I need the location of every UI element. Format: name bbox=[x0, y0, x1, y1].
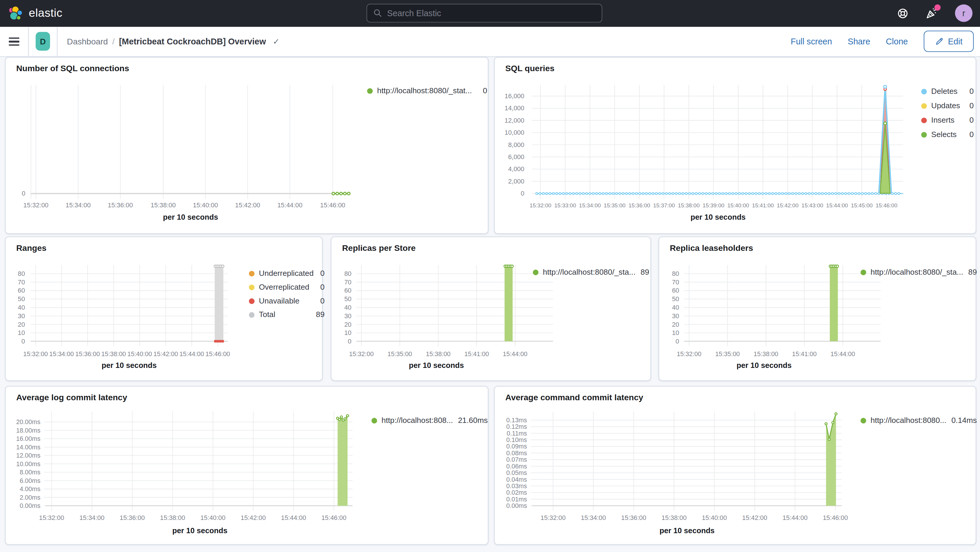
svg-text:15:35:00: 15:35:00 bbox=[715, 350, 740, 358]
svg-text:0.07ms: 0.07ms bbox=[506, 456, 527, 463]
svg-text:60: 60 bbox=[672, 287, 679, 294]
panel-replicas-per-store: 8070605040302010015:32:0015:35:0015:38:0… bbox=[331, 237, 651, 381]
kibana-dashboard: elastic bbox=[0, 0, 980, 552]
page-title: [Metricbeat CockroachDB] Overview bbox=[119, 37, 266, 46]
svg-text:15:46:00: 15:46:00 bbox=[320, 202, 345, 209]
panel-title: Number of SQL connections bbox=[16, 64, 129, 73]
series-color-dot bbox=[921, 103, 927, 108]
svg-text:0.06ms: 0.06ms bbox=[506, 463, 527, 470]
svg-text:30: 30 bbox=[18, 312, 25, 320]
svg-text:15:38:00: 15:38:00 bbox=[102, 350, 126, 358]
avg-log-commit-latency-chart: 20.00ms18.00ms16.00ms14.00ms12.00ms10.00… bbox=[6, 387, 488, 544]
svg-text:4.00ms: 4.00ms bbox=[20, 485, 41, 493]
legend: http://localhost:8080/_stat... 0 bbox=[367, 86, 487, 95]
svg-text:15:44:00: 15:44:00 bbox=[826, 202, 848, 208]
svg-text:15:46:00: 15:46:00 bbox=[321, 514, 346, 522]
svg-text:10,000: 10,000 bbox=[504, 129, 524, 136]
svg-text:0.03ms: 0.03ms bbox=[506, 483, 527, 490]
svg-text:0.08ms: 0.08ms bbox=[506, 450, 527, 457]
svg-text:15:37:00: 15:37:00 bbox=[653, 202, 675, 208]
svg-text:6,000: 6,000 bbox=[508, 153, 524, 161]
clone-button[interactable]: Clone bbox=[886, 37, 908, 46]
svg-text:15:36:00: 15:36:00 bbox=[120, 514, 145, 522]
svg-text:15:35:00: 15:35:00 bbox=[388, 350, 412, 358]
svg-text:15:42:00: 15:42:00 bbox=[742, 514, 767, 522]
newsfeed-icon[interactable] bbox=[926, 7, 938, 20]
legend-item[interactable]: http://localhost:8080/_stat... 0 bbox=[367, 86, 487, 95]
legend: http://localhost:8080... 0.14ms bbox=[861, 416, 973, 425]
svg-text:15:34:00: 15:34:00 bbox=[80, 514, 104, 522]
space-switcher[interactable]: D bbox=[29, 32, 57, 51]
svg-text:0.01ms: 0.01ms bbox=[506, 496, 527, 503]
elastic-logo-icon bbox=[8, 6, 23, 21]
svg-text:15:40:00: 15:40:00 bbox=[200, 514, 225, 522]
svg-text:15:42:00: 15:42:00 bbox=[153, 350, 178, 358]
series-color-dot bbox=[249, 285, 255, 290]
svg-text:15:33:00: 15:33:00 bbox=[554, 202, 576, 208]
edit-button[interactable]: Edit bbox=[924, 31, 974, 52]
legend-item[interactable]: Unavailable 0 bbox=[249, 296, 325, 305]
svg-text:0: 0 bbox=[676, 337, 679, 345]
replicas-per-store-chart: 8070605040302010015:32:0015:35:0015:38:0… bbox=[331, 237, 651, 380]
svg-text:0.11ms: 0.11ms bbox=[507, 430, 527, 437]
menu-icon[interactable] bbox=[0, 27, 28, 56]
panel-title: Replica leaseholders bbox=[670, 243, 753, 253]
breadcrumb-dashboard[interactable]: Dashboard bbox=[67, 37, 108, 46]
share-button[interactable]: Share bbox=[848, 37, 870, 46]
user-avatar[interactable]: r bbox=[955, 5, 973, 22]
panel-title: Replicas per Store bbox=[342, 243, 415, 253]
svg-text:per 10 seconds: per 10 seconds bbox=[409, 361, 464, 369]
svg-text:15:40:00: 15:40:00 bbox=[193, 202, 218, 209]
legend-item[interactable]: Selects 0 bbox=[921, 130, 974, 139]
svg-text:15:38:00: 15:38:00 bbox=[151, 202, 175, 209]
svg-text:0.00ms: 0.00ms bbox=[20, 502, 41, 509]
help-icon[interactable] bbox=[896, 7, 909, 20]
svg-text:8,000: 8,000 bbox=[508, 141, 524, 148]
legend-item[interactable]: http://localhost:8080... 0.14ms bbox=[861, 416, 973, 425]
svg-text:70: 70 bbox=[18, 278, 25, 286]
pencil-icon bbox=[935, 37, 943, 46]
legend: Underreplicated 0 Overreplicated 0 Unava… bbox=[249, 269, 325, 319]
avatar-initial: r bbox=[963, 8, 965, 18]
svg-text:8.00ms: 8.00ms bbox=[20, 469, 41, 476]
svg-text:15:41:00: 15:41:00 bbox=[752, 202, 774, 208]
svg-text:15:44:00: 15:44:00 bbox=[179, 350, 204, 358]
legend-item[interactable]: http://localhost:8080/_sta... 89 bbox=[861, 267, 977, 277]
svg-text:per 10 seconds: per 10 seconds bbox=[163, 213, 218, 221]
edit-button-label: Edit bbox=[948, 37, 963, 46]
global-search[interactable] bbox=[366, 4, 602, 23]
svg-text:15:38:00: 15:38:00 bbox=[678, 202, 700, 208]
space-badge: D bbox=[36, 32, 50, 51]
legend-item[interactable]: http://localhost:8080/_sta... 89 bbox=[533, 267, 649, 277]
svg-text:50: 50 bbox=[18, 295, 25, 302]
svg-text:15:46:00: 15:46:00 bbox=[205, 350, 230, 358]
legend-item[interactable]: Total 89 bbox=[249, 310, 325, 319]
legend-item[interactable]: Underreplicated 0 bbox=[249, 269, 325, 278]
series-color-dot bbox=[249, 298, 255, 304]
svg-text:70: 70 bbox=[344, 278, 352, 286]
full-screen-button[interactable]: Full screen bbox=[791, 37, 832, 46]
series-color-dot bbox=[921, 117, 927, 123]
svg-text:15:34:00: 15:34:00 bbox=[579, 202, 601, 208]
svg-text:per 10 seconds: per 10 seconds bbox=[660, 527, 714, 535]
legend-item[interactable]: Deletes 0 bbox=[921, 87, 974, 96]
sql-queries-chart: 16,00014,00012,00010,0008,0006,0004,0002… bbox=[495, 58, 975, 234]
svg-text:15:38:00: 15:38:00 bbox=[160, 514, 185, 522]
svg-text:0.09ms: 0.09ms bbox=[506, 443, 527, 450]
search-input[interactable] bbox=[387, 8, 595, 18]
elastic-logo[interactable]: elastic bbox=[0, 6, 62, 21]
svg-text:80: 80 bbox=[344, 270, 352, 277]
svg-text:0.02ms: 0.02ms bbox=[506, 489, 527, 496]
svg-text:16.00ms: 16.00ms bbox=[16, 435, 41, 442]
legend-item[interactable]: Inserts 0 bbox=[921, 116, 974, 124]
svg-text:60: 60 bbox=[18, 287, 25, 294]
svg-text:15:36:00: 15:36:00 bbox=[108, 202, 133, 209]
sql-connections-chart: 015:32:0015:34:0015:36:0015:38:0015:40:0… bbox=[6, 58, 488, 234]
legend-item[interactable]: Overreplicated 0 bbox=[249, 283, 325, 291]
legend-item[interactable]: http://localhost:808... 21.60ms bbox=[371, 416, 485, 425]
svg-text:2.00ms: 2.00ms bbox=[20, 494, 41, 501]
series-color-dot bbox=[921, 132, 927, 137]
legend-item[interactable]: Updates 0 bbox=[921, 102, 974, 110]
series-color-dot bbox=[533, 269, 538, 275]
svg-text:per 10 seconds: per 10 seconds bbox=[172, 527, 227, 535]
